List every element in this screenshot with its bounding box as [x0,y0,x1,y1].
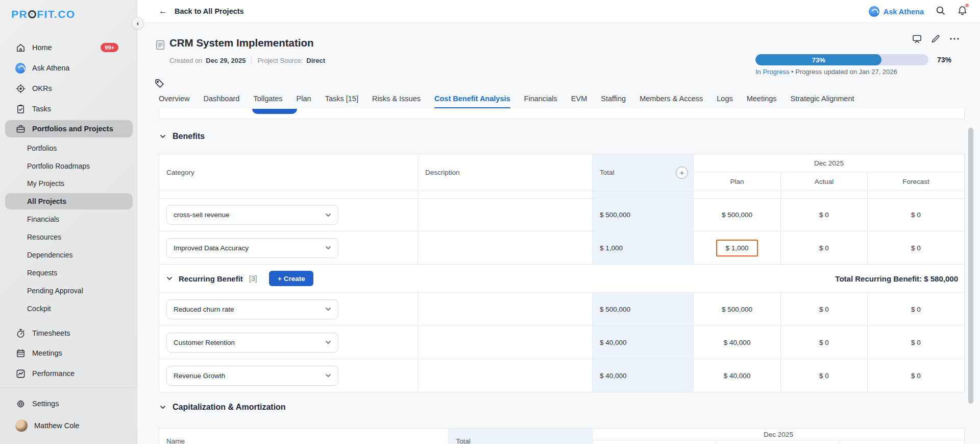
progress-bar: 73% [755,54,928,65]
sidebar-subitem-all-projects[interactable]: All Projects [5,193,133,209]
actual-cell[interactable]: $ 0 [781,326,868,359]
edit-pencil-icon[interactable] [930,34,941,46]
sidebar-subitem-portfolio-roadmaps[interactable]: Portfolio Roadmaps [5,158,133,174]
gear-icon [15,399,26,409]
back-label: Back to All Projects [175,7,244,15]
benefits-section-header[interactable]: Benefits [160,132,205,141]
forecast-cell[interactable]: $ 0 [868,231,964,264]
search-icon[interactable] [935,5,946,18]
forecast-cell[interactable]: $ 0 [868,199,964,231]
category-dropdown[interactable]: Customer Retention [166,333,338,353]
tag-icon[interactable] [154,78,165,91]
description-cell[interactable] [418,231,593,264]
scrolled-create-button-remnant[interactable] [252,109,297,114]
tab-plan[interactable]: Plan [297,95,311,109]
benefits-table: Category Description Total + Dec 2025 Pl… [159,154,965,392]
ask-athena-button[interactable]: Ask Athena [869,6,924,17]
column-header-total: Total + [593,154,694,191]
sidebar-subitem-my-projects[interactable]: My Projects [5,175,133,192]
sidebar-item-portfolios-projects[interactable]: Portfolios and Projects [5,120,133,137]
created-date: Dec 29, 2025 [206,57,246,64]
forecast-cell[interactable]: $ 0 [868,359,964,392]
sidebar-item-timesheets[interactable]: Timesheets [5,324,133,342]
sidebar-subitem-financials[interactable]: Financials [5,211,133,227]
add-column-button[interactable]: + [676,167,688,179]
subitem-label: Pending Approval [27,287,83,295]
category-dropdown[interactable]: Improved Data Accuracy [166,238,338,258]
create-button[interactable]: + Create [269,271,313,286]
sidebar-item-home[interactable]: Home 99+ [5,39,133,56]
section-title: Capitalization & Amortization [173,403,286,412]
plan-cell[interactable]: $ 40,000 [694,359,781,392]
description-cell[interactable] [418,293,593,325]
sidebar-user-profile[interactable]: Matthew Cole [5,417,133,434]
profitco-logo[interactable]: PRFIT.CO [11,8,76,20]
status-note: Progress updated on Jan 27, 2026 [795,68,897,76]
topbar: ← Back to All Projects Ask Athena [137,0,980,23]
sidebar-item-ask-athena[interactable]: Ask Athena [5,59,133,77]
sidebar-item-meetings[interactable]: Meetings [5,344,133,362]
tab-evm[interactable]: EVM [571,95,587,109]
sidebar-subitem-cockpit[interactable]: Cockpit [5,300,133,317]
table-row: cross-sell revenue $ 500,000 $ 500,000 $… [159,199,964,231]
plan-cell[interactable]: $ 500,000 [694,199,781,231]
tab-logs[interactable]: Logs [717,95,732,109]
tab-meetings[interactable]: Meetings [747,95,777,109]
progress-outer-label: 73% [937,56,951,64]
tab-financials[interactable]: Financials [524,95,557,109]
column-header-forecast: Forecast [868,172,964,191]
tab-tollgates[interactable]: Tollgates [253,95,282,109]
category-dropdown[interactable]: Reduced churn rate [166,299,338,319]
capitalization-section-header[interactable]: Capitalization & Amortization [160,403,286,412]
project-tab-bar: Overview Dashboard Tollgates Plan Tasks … [159,95,854,109]
description-cell[interactable] [418,359,593,392]
chevron-down-icon [325,339,331,345]
tab-cost-benefit-analysis[interactable]: Cost Benefit Analysis [434,95,510,109]
tab-dashboard[interactable]: Dashboard [203,95,239,109]
tab-staffing[interactable]: Staffing [601,95,626,109]
status-in-progress-link[interactable]: In Progress [755,68,789,76]
sidebar-subitem-dependencies[interactable]: Dependencies [5,247,133,263]
description-cell[interactable] [418,326,593,359]
sidebar-item-okrs[interactable]: OKRs [5,80,133,97]
description-cell[interactable] [418,199,593,231]
back-to-all-projects-link[interactable]: ← Back to All Projects [159,6,244,16]
scrolled-table-remnant [159,108,965,119]
actual-cell[interactable]: $ 0 [781,199,868,231]
meta-divider [251,56,252,64]
tab-members-access[interactable]: Members & Access [640,95,703,109]
category-dropdown[interactable]: Revenue Growth [166,366,338,386]
tab-overview[interactable]: Overview [159,95,189,109]
presentation-icon[interactable] [912,34,922,46]
forecast-cell[interactable]: $ 0 [868,293,964,325]
sidebar-item-tasks[interactable]: Tasks [5,100,133,118]
more-options-icon[interactable] [949,34,960,46]
tab-strategic-alignment[interactable]: Strategic Alignment [791,95,854,109]
tab-risks-issues[interactable]: Risks & Issues [372,95,421,109]
briefcase-icon [15,124,26,134]
category-dropdown[interactable]: cross-sell revenue [166,205,338,225]
sidebar-collapse-button[interactable]: ‹ [132,17,144,29]
column-header-category: Category [159,154,418,191]
plan-cell-selected[interactable]: $ 1,000 [694,231,781,264]
sidebar-item-performance[interactable]: Performance [5,365,133,382]
plan-cell[interactable]: $ 40,000 [694,326,781,359]
sidebar-subitem-resources[interactable]: Resources [5,229,133,245]
tab-tasks[interactable]: Tasks [15] [325,95,358,109]
actual-cell[interactable]: $ 0 [781,359,868,392]
vertical-scrollbar[interactable] [968,128,973,404]
category-value: cross-sell revenue [174,211,230,219]
chevron-down-icon[interactable] [166,275,173,282]
plan-cell[interactable]: $ 500,000 [694,293,781,325]
sidebar-subitem-requests[interactable]: Requests [5,265,133,281]
sidebar-subitem-portfolios[interactable]: Portfolios [5,140,133,156]
group-count: [3] [249,274,257,283]
sidebar-item-settings[interactable]: Settings [5,395,133,412]
actual-cell[interactable]: $ 0 [781,231,868,264]
category-value: Improved Data Accuracy [174,244,249,252]
notifications-bell-icon[interactable] [957,5,968,18]
sidebar-subitem-pending-approval[interactable]: Pending Approval [5,283,133,299]
forecast-cell[interactable]: $ 0 [868,326,964,359]
chevron-down-icon [325,372,331,379]
actual-cell[interactable]: $ 0 [781,293,868,325]
